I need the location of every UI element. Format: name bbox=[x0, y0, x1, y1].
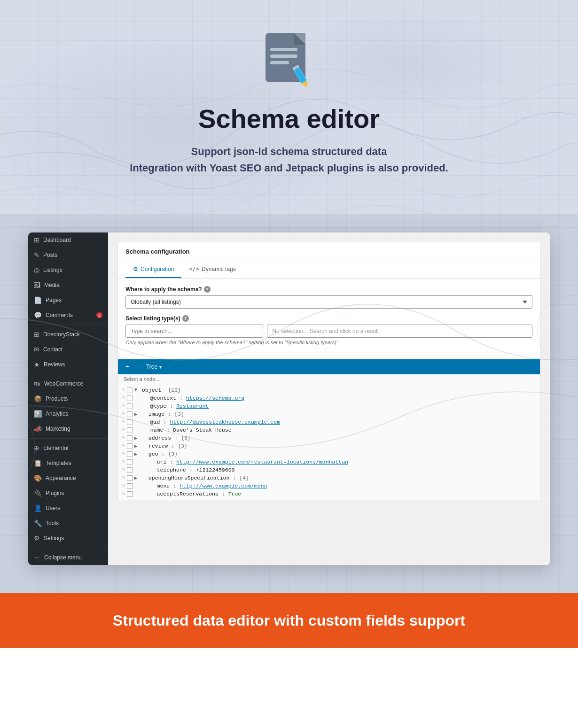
sidebar-item-users[interactable]: 👤 Users bbox=[28, 501, 108, 516]
expand-btn[interactable]: ▶ bbox=[134, 475, 140, 481]
woocommerce-icon: 🛍 bbox=[34, 380, 40, 387]
sidebar-item-reviews[interactable]: ★ Reviews bbox=[28, 357, 108, 372]
tree-hint: Select a node... bbox=[118, 374, 540, 384]
table-row: ⠿ name : Dave's Steak House bbox=[118, 426, 540, 434]
sidebar-item-label: Listings bbox=[43, 267, 62, 273]
row-checkbox[interactable] bbox=[127, 459, 133, 465]
tools-icon: 🔧 bbox=[34, 519, 42, 527]
drag-handle[interactable]: ⠿ bbox=[122, 435, 125, 441]
products-icon: 📦 bbox=[34, 395, 42, 403]
sidebar-item-directorystack[interactable]: ⊞ DirectoryStack bbox=[28, 327, 108, 342]
row-checkbox[interactable] bbox=[127, 427, 133, 433]
tree-minus-btn[interactable]: − bbox=[135, 362, 142, 372]
row-checkbox[interactable] bbox=[127, 491, 133, 497]
expand-btn[interactable]: ▶ bbox=[134, 435, 140, 441]
listing-search-result: No selection... Search and click on a re… bbox=[267, 325, 532, 338]
where-apply-select[interactable]: Globally (all listings) Specific listing… bbox=[125, 295, 532, 309]
sidebar-item-posts[interactable]: ✎ Posts bbox=[28, 248, 108, 263]
tab-dynamic-tags[interactable]: </> Dynamic tags bbox=[181, 261, 243, 278]
drag-handle[interactable]: ⠿ bbox=[122, 491, 125, 497]
tree-toolbar: ÷ − Tree ▾ bbox=[118, 359, 540, 374]
drag-handle[interactable]: ⠿ bbox=[122, 403, 125, 409]
row-checkbox[interactable] bbox=[127, 483, 133, 489]
listing-type-row: Select listing type(s) ? No selection...… bbox=[125, 315, 532, 345]
sidebar-item-appearance[interactable]: 🎨 Appearance bbox=[28, 471, 108, 486]
drag-handle[interactable]: ⠿ bbox=[122, 459, 125, 465]
sidebar-item-contact[interactable]: ✉ Contact bbox=[28, 342, 108, 357]
drag-handle[interactable]: ⠿ bbox=[122, 475, 125, 481]
bottom-banner: Structured data editor with custom field… bbox=[0, 593, 578, 648]
table-row: ⠿ ▶ review : {3} bbox=[118, 442, 540, 450]
row-checkbox[interactable] bbox=[127, 387, 133, 393]
listing-type-help-icon[interactable]: ? bbox=[182, 315, 189, 322]
row-checkbox[interactable] bbox=[127, 451, 133, 457]
sidebar-item-woocommerce[interactable]: 🛍 WooCommerce bbox=[28, 376, 108, 391]
sidebar-item-templates[interactable]: 📋 Templates bbox=[28, 456, 108, 471]
wp-main-content: Schema configuration ⚙ Configuration </>… bbox=[108, 232, 550, 565]
sidebar-item-comments[interactable]: 💬 Comments 2 bbox=[28, 308, 108, 323]
row-checkbox[interactable] bbox=[127, 435, 133, 441]
sidebar-item-label: Comments bbox=[46, 312, 73, 318]
sidebar-item-media[interactable]: 🖼 Media bbox=[28, 278, 108, 293]
tree-add-btn[interactable]: ÷ bbox=[124, 362, 131, 372]
dynamic-tags-tab-icon: </> bbox=[189, 266, 199, 272]
table-row: ⠿ ▶ image : [3] bbox=[118, 410, 540, 418]
sidebar-item-label: Collapse menu bbox=[44, 554, 82, 561]
drag-handle[interactable]: ⠿ bbox=[122, 451, 125, 457]
browser-section: ⊞ Dashboard ✎ Posts ◎ Listings 🖼 Media 📄… bbox=[0, 214, 578, 593]
collapse-icon: ← bbox=[34, 554, 40, 561]
schema-panel: Schema configuration ⚙ Configuration </>… bbox=[117, 242, 540, 500]
browser-window: ⊞ Dashboard ✎ Posts ◎ Listings 🖼 Media 📄… bbox=[28, 232, 550, 565]
table-row: ⠿ ▼ object {13} bbox=[118, 386, 540, 394]
drag-handle[interactable]: ⠿ bbox=[122, 443, 125, 449]
sidebar-item-dashboard[interactable]: ⊞ Dashboard bbox=[28, 232, 108, 248]
sidebar-item-products[interactable]: 📦 Products bbox=[28, 391, 108, 406]
row-checkbox[interactable] bbox=[127, 411, 133, 417]
sidebar-item-settings[interactable]: ⚙ Settings bbox=[28, 531, 108, 546]
where-help-icon[interactable]: ? bbox=[204, 286, 211, 293]
comments-badge: 2 bbox=[96, 312, 102, 318]
drag-handle[interactable]: ⠿ bbox=[122, 427, 125, 433]
drag-handle[interactable]: ⠿ bbox=[122, 411, 125, 417]
row-checkbox[interactable] bbox=[127, 475, 133, 481]
hero-title: Schema editor bbox=[9, 103, 569, 134]
row-checkbox[interactable] bbox=[127, 395, 133, 401]
listings-icon: ◎ bbox=[34, 266, 39, 274]
expand-btn[interactable]: ▼ bbox=[134, 387, 140, 393]
expand-btn[interactable]: ▶ bbox=[134, 443, 140, 449]
expand-btn[interactable]: ▶ bbox=[134, 411, 140, 417]
sidebar-separator-4 bbox=[28, 548, 108, 548]
drag-handle[interactable]: ⠿ bbox=[122, 387, 125, 393]
row-checkbox[interactable] bbox=[127, 443, 133, 449]
sidebar-item-label: Analytics bbox=[46, 410, 68, 417]
tree-dropdown-icon[interactable]: ▾ bbox=[159, 364, 162, 370]
row-checkbox[interactable] bbox=[127, 419, 133, 425]
drag-handle[interactable]: ⠿ bbox=[122, 483, 125, 489]
sidebar-item-analytics[interactable]: 📊 Analytics bbox=[28, 406, 108, 421]
sidebar-item-tools[interactable]: 🔧 Tools bbox=[28, 516, 108, 531]
sidebar-item-plugins[interactable]: 🔌 Plugins bbox=[28, 486, 108, 501]
comments-icon: 💬 bbox=[34, 311, 42, 319]
sidebar-item-label: Users bbox=[46, 505, 60, 511]
media-icon: 🖼 bbox=[34, 281, 40, 289]
drag-handle[interactable]: ⠿ bbox=[122, 395, 125, 401]
sidebar-item-label: Posts bbox=[43, 252, 57, 258]
listing-search-input[interactable] bbox=[125, 325, 263, 338]
sidebar-item-marketing[interactable]: 📣 Marketing bbox=[28, 421, 108, 436]
drag-handle[interactable]: ⠿ bbox=[122, 467, 125, 473]
hero-subtitle: Support json-ld schema structured data I… bbox=[9, 143, 569, 176]
row-checkbox[interactable] bbox=[127, 403, 133, 409]
sidebar-item-pages[interactable]: 📄 Pages bbox=[28, 293, 108, 308]
sidebar-item-label: Marketing bbox=[46, 426, 70, 432]
sidebar-item-collapse[interactable]: ← Collapse menu bbox=[28, 550, 108, 565]
tab-configuration[interactable]: ⚙ Configuration bbox=[125, 261, 181, 278]
directorystack-icon: ⊞ bbox=[34, 331, 39, 338]
row-checkbox[interactable] bbox=[127, 467, 133, 473]
expand-btn[interactable]: ▶ bbox=[134, 451, 140, 457]
sidebar-item-listings[interactable]: ◎ Listings bbox=[28, 263, 108, 278]
drag-handle[interactable]: ⠿ bbox=[122, 419, 125, 425]
table-row: ⠿ @type : Restaurant bbox=[118, 402, 540, 410]
plugins-icon: 🔌 bbox=[34, 489, 42, 497]
sidebar-item-elementor[interactable]: ⊕ Elementor bbox=[28, 441, 108, 456]
config-tab-icon: ⚙ bbox=[133, 266, 138, 272]
